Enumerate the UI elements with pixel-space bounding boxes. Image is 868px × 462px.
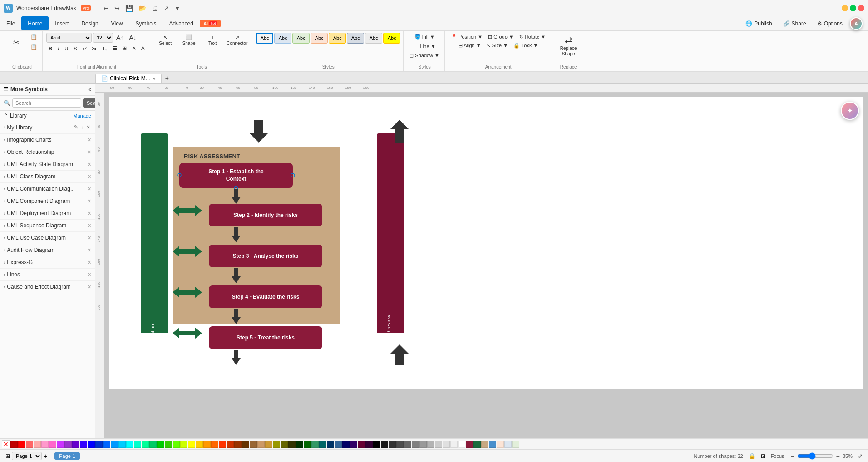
color-swatch[interactable] xyxy=(111,441,118,448)
color-swatch[interactable] xyxy=(219,441,226,448)
zoom-slider[interactable] xyxy=(797,452,833,460)
zoom-out-button[interactable]: − xyxy=(790,452,795,461)
color-swatch[interactable] xyxy=(26,441,33,448)
publish-button[interactable]: 🌐 Publish xyxy=(742,19,775,28)
subscript-button[interactable]: x₂ xyxy=(90,44,99,53)
color-swatch[interactable] xyxy=(373,441,380,448)
color-swatch[interactable] xyxy=(304,441,311,448)
color-swatch[interactable] xyxy=(250,441,257,448)
share-button[interactable]: ↗ xyxy=(162,4,171,13)
canvas-scroll-area[interactable]: RISK ASSESSMENT Communication and Consul… xyxy=(104,93,868,438)
indent-button[interactable]: ⊞ xyxy=(120,44,129,53)
my-library-add-button[interactable]: + xyxy=(80,124,84,131)
color-swatch[interactable] xyxy=(497,441,504,448)
color-swatch[interactable] xyxy=(103,441,110,448)
color-swatch[interactable] xyxy=(64,441,72,448)
color-swatch[interactable] xyxy=(18,441,25,448)
style-swatch-3[interactable]: Abc xyxy=(292,33,310,44)
color-swatch[interactable] xyxy=(126,441,133,448)
color-swatch[interactable] xyxy=(242,441,249,448)
list-button[interactable]: ☰ xyxy=(110,44,119,53)
sidebar-item-10[interactable]: › Express-G ✕ xyxy=(0,256,95,269)
color-swatch[interactable] xyxy=(288,441,296,448)
sidebar-item-close-9[interactable]: ✕ xyxy=(87,247,91,253)
select-button[interactable]: ↖ Select xyxy=(154,33,177,48)
sidebar-item-my-library[interactable]: › My Library ✎ + ✕ xyxy=(0,121,95,134)
color-swatch[interactable] xyxy=(142,441,149,448)
color-swatch[interactable] xyxy=(88,441,95,448)
color-swatch[interactable] xyxy=(512,441,519,448)
color-swatch[interactable] xyxy=(296,441,303,448)
color-swatch[interactable] xyxy=(443,441,450,448)
more-button[interactable]: ▼ xyxy=(173,4,182,13)
menu-home[interactable]: Home xyxy=(21,16,49,30)
underline-button[interactable]: U xyxy=(62,44,70,53)
color-swatch[interactable] xyxy=(427,441,434,448)
shadow-button[interactable]: ◻ Shadow ▼ xyxy=(407,51,442,60)
color-swatch[interactable] xyxy=(134,441,141,448)
color-swatch[interactable] xyxy=(72,441,79,448)
sidebar-item-close-8[interactable]: ✕ xyxy=(87,235,91,241)
paste-button[interactable]: 📋 xyxy=(28,43,39,52)
replace-shape-button[interactable]: ⇄ Replace Shape xyxy=(555,33,582,58)
sidebar-item-close-7[interactable]: ✕ xyxy=(87,223,91,229)
color-swatch[interactable] xyxy=(466,441,473,448)
color-swatch[interactable] xyxy=(389,441,396,448)
color-swatch[interactable] xyxy=(504,441,512,448)
italic-button[interactable]: I xyxy=(55,44,61,53)
copy-button[interactable]: 📋 xyxy=(28,33,39,42)
superscript-button[interactable]: x² xyxy=(80,44,89,53)
menu-design[interactable]: Design xyxy=(75,16,104,30)
color-swatch[interactable] xyxy=(49,441,56,448)
my-library-edit-button[interactable]: ✎ xyxy=(73,124,79,131)
redo-button[interactable]: ↪ xyxy=(113,4,122,13)
lock-button[interactable]: 🔒 Lock ▼ xyxy=(511,41,540,50)
cut-button[interactable]: ✂ xyxy=(5,36,27,49)
search-input[interactable] xyxy=(12,98,81,108)
grid-view-button[interactable]: ⊞ xyxy=(5,453,10,459)
page-select[interactable]: Page-1 xyxy=(12,452,42,460)
color-swatch[interactable] xyxy=(149,441,157,448)
color-swatch[interactable] xyxy=(265,441,272,448)
color-swatch[interactable] xyxy=(173,441,180,448)
color-swatch[interactable] xyxy=(396,441,404,448)
sidebar-item-close-12[interactable]: ✕ xyxy=(87,284,91,290)
font-family-select[interactable]: Arial xyxy=(46,33,92,43)
color-swatch[interactable] xyxy=(57,441,64,448)
style-swatch-1[interactable]: Abc xyxy=(256,33,273,44)
style-swatch-7[interactable]: Abc xyxy=(365,33,382,44)
color-swatch[interactable] xyxy=(481,441,488,448)
connector-button[interactable]: ↗ Connector xyxy=(225,33,249,48)
undo-button[interactable]: ↩ xyxy=(102,4,111,13)
sidebar-item-close-0[interactable]: ✕ xyxy=(87,137,91,143)
color-swatch[interactable] xyxy=(365,441,373,448)
decrease-font-button[interactable]: A↓ xyxy=(127,33,138,43)
menu-file[interactable]: File xyxy=(0,16,21,30)
color-swatch[interactable] xyxy=(342,441,350,448)
fill-button[interactable]: 🪣 Fill ▼ xyxy=(407,33,442,41)
color-swatch[interactable] xyxy=(257,441,265,448)
color-swatch[interactable] xyxy=(358,441,365,448)
sidebar-collapse-button[interactable]: « xyxy=(88,86,91,93)
user-avatar[interactable]: A xyxy=(850,17,863,30)
group-button[interactable]: ⊞ Group ▼ xyxy=(486,33,516,41)
ai-button[interactable]: AI hot xyxy=(200,20,221,27)
style-swatch-2[interactable]: Abc xyxy=(274,33,291,44)
sidebar-item-6[interactable]: › UML Deployment Diagram ✕ xyxy=(0,207,95,220)
manage-button[interactable]: Manage xyxy=(73,113,91,118)
sidebar-item-4[interactable]: › UML Communication Diag... ✕ xyxy=(0,183,95,195)
color-swatch[interactable] xyxy=(335,441,342,448)
color-swatch[interactable] xyxy=(327,441,334,448)
highlight-button[interactable]: A̲ xyxy=(139,44,147,53)
color-swatch[interactable] xyxy=(412,441,419,448)
sidebar-item-close-10[interactable]: ✕ xyxy=(87,260,91,265)
close-button[interactable] xyxy=(858,5,864,11)
text-format-button[interactable]: T↓ xyxy=(99,44,109,53)
color-swatch[interactable] xyxy=(473,441,481,448)
color-swatch[interactable] xyxy=(157,441,164,448)
color-swatch[interactable] xyxy=(95,441,103,448)
position-button[interactable]: 📍 Position ▼ xyxy=(449,33,485,41)
increase-font-button[interactable]: A↑ xyxy=(114,33,126,43)
color-swatch[interactable] xyxy=(381,441,388,448)
my-library-close-button[interactable]: ✕ xyxy=(85,124,91,131)
